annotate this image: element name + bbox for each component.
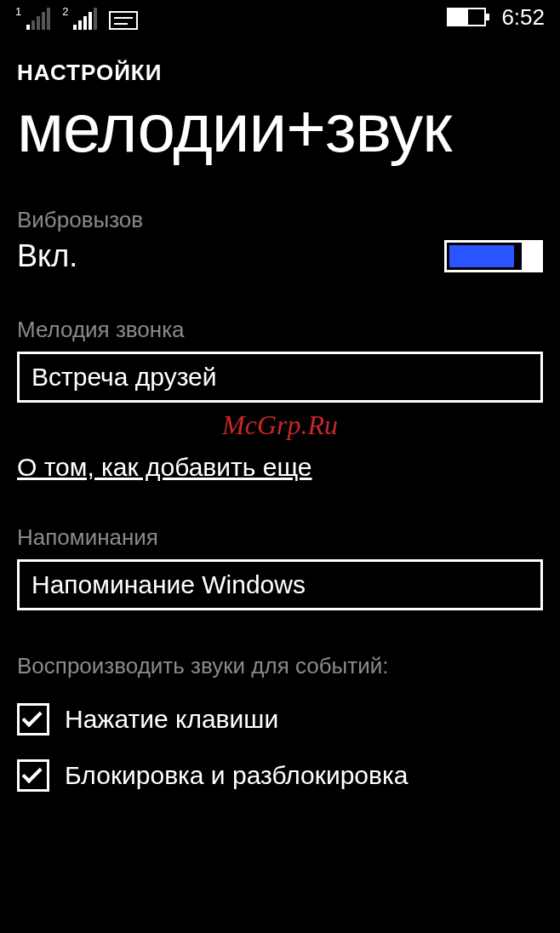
- page-title: мелодии+звук: [17, 93, 543, 164]
- checkbox-icon: [17, 703, 49, 736]
- vibrate-toggle[interactable]: [444, 240, 543, 272]
- sim2-signal: 2: [62, 5, 97, 30]
- reminders-label: Напоминания: [17, 524, 543, 551]
- add-more-link[interactable]: О том, как добавить еще: [17, 453, 311, 482]
- checkbox-icon: [17, 759, 49, 792]
- sim1-label: 1: [15, 5, 21, 18]
- sim2-label: 2: [62, 5, 68, 18]
- status-right: 6:52: [447, 4, 545, 31]
- ringtone-label: Мелодия звонка: [17, 317, 543, 343]
- sim1-signal: 1: [15, 5, 50, 30]
- events-label: Воспроизводить звуки для событий:: [17, 653, 543, 679]
- vibrate-label: Вибровызов: [17, 207, 543, 233]
- checkbox-lock[interactable]: Блокировка и разблокировка: [17, 759, 543, 792]
- vibrate-value-text: Вкл.: [17, 238, 77, 274]
- clock: 6:52: [501, 4, 545, 31]
- battery-icon: [447, 8, 486, 26]
- ringtone-value: Встреча друзей: [31, 363, 217, 391]
- watermark-text: McGrp.Ru: [17, 409, 543, 441]
- ringtone-select[interactable]: Встреча друзей: [17, 352, 543, 403]
- checkbox-keypress-label: Нажатие клавиши: [65, 705, 278, 734]
- breadcrumb: НАСТРОЙКИ: [17, 60, 543, 86]
- status-bar: 1 2 6:52: [0, 0, 560, 34]
- reminders-value: Напоминание Windows: [31, 570, 306, 598]
- checkbox-keypress[interactable]: Нажатие клавиши: [17, 703, 543, 736]
- reminders-select[interactable]: Напоминание Windows: [17, 559, 543, 610]
- status-left: 1 2: [15, 5, 138, 30]
- checkbox-lock-label: Блокировка и разблокировка: [65, 761, 408, 790]
- message-icon: [109, 11, 138, 30]
